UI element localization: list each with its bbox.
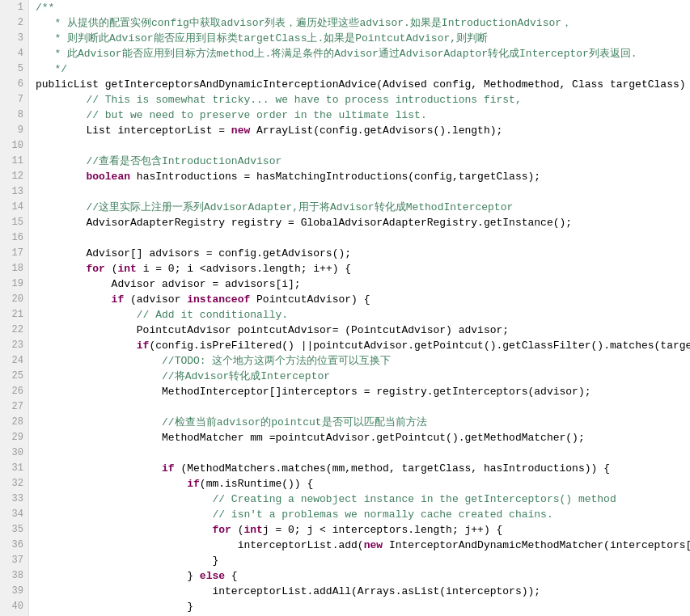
line-number: 37	[3, 553, 23, 568]
code-token: (MethodMatchers.matches(mm,method, targe…	[175, 462, 610, 475]
code-line	[36, 138, 690, 154]
line-number: 28	[3, 415, 23, 430]
code-token: PointcutAdvisor pointcutAdvisor= (Pointc…	[36, 324, 509, 336]
code-token: new	[364, 539, 383, 551]
code-token: //这里实际上注册一系列AdvisorAdapter,用于将Advisor转化成…	[36, 201, 513, 213]
code-line: */	[36, 61, 690, 77]
code-token: * 此Advisor能否应用到目标方法method上.将满足条件的Advisor…	[36, 48, 637, 60]
line-number: 25	[3, 369, 23, 384]
code-token: hasIntroductions = hasMatchingIntroducti…	[130, 171, 540, 183]
code-token: instanceof	[187, 293, 250, 306]
code-line: /**	[36, 0, 690, 15]
code-token: j = 0; j < interceptors.length; j++) {	[263, 524, 502, 536]
line-number: 18	[3, 261, 23, 276]
code-token: // Add it conditionally.	[36, 309, 288, 321]
code-token: }	[36, 601, 193, 613]
code-line: if (advisor instanceof PointcutAdvisor) …	[36, 292, 690, 307]
line-number: 15	[3, 215, 23, 230]
code-token: i = 0; i <advisors.length; i++) {	[137, 263, 351, 275]
code-line: if (MethodMatchers.matches(mm,method, ta…	[36, 461, 690, 476]
line-number: 32	[3, 476, 23, 492]
line-number: 26	[3, 384, 23, 399]
code-token: if	[36, 340, 149, 352]
line-number: 9	[3, 123, 23, 138]
code-token: //检查当前advisor的pointcut是否可以匹配当前方法	[36, 416, 427, 428]
line-number: 19	[3, 276, 23, 292]
code-token: if	[36, 462, 175, 475]
code-line: for (intj = 0; j < interceptors.length; …	[36, 522, 690, 538]
code-token: interceptorList.addAll(Arrays.asList(int…	[36, 585, 540, 597]
line-number: 4	[3, 46, 23, 61]
code-token: (	[231, 524, 244, 536]
code-token: Advisor[] advisors = config.getAdvisors(…	[36, 247, 351, 259]
code-line: //TODO: 这个地方这两个方法的位置可以互换下	[36, 353, 690, 369]
code-line: boolean hasIntroductions = hasMatchingIn…	[36, 169, 690, 184]
code-editor: 1234567891011121314151617181920212223242…	[0, 0, 690, 616]
code-token: //查看是否包含IntroductionAdvisor	[36, 155, 282, 167]
code-token: /**	[36, 2, 54, 14]
code-token: // Creating a newobject instance in the …	[36, 493, 616, 505]
code-token: * 从提供的配置实例config中获取advisor列表，遍历处理这些advis…	[36, 17, 572, 29]
code-token: (	[105, 263, 118, 275]
code-line: //检查当前advisor的pointcut是否可以匹配当前方法	[36, 415, 690, 430]
code-line: //将Advisor转化成Interceptor	[36, 369, 690, 384]
code-token: int	[117, 263, 136, 275]
line-number: 10	[3, 138, 23, 154]
code-token: //TODO: 这个地方这两个方法的位置可以互换下	[36, 355, 391, 367]
code-token: int	[243, 524, 262, 536]
code-line: MethodInterceptor[]interceptors = regist…	[36, 384, 690, 399]
code-token: else	[200, 570, 225, 582]
code-token: // This is somewhat tricky... we have to…	[36, 94, 522, 106]
code-token: (config.isPreFiltered() ||pointcutAdviso…	[149, 340, 690, 352]
line-number: 31	[3, 461, 23, 476]
code-token: */	[36, 63, 67, 75]
code-token: if	[36, 478, 200, 490]
code-line: }	[36, 553, 690, 568]
line-number: 29	[3, 430, 23, 445]
line-number: 8	[3, 108, 23, 123]
code-token: publicList getInterceptorsAndDynamicInte…	[36, 78, 690, 91]
code-line: // Creating a newobject instance in the …	[36, 492, 690, 507]
code-line	[36, 184, 690, 200]
line-number: 21	[3, 307, 23, 323]
code-token: PointcutAdvisor) {	[250, 293, 370, 306]
line-number: 34	[3, 507, 23, 522]
line-number: 36	[3, 538, 23, 553]
code-line: // isn't a problemas we normally cache c…	[36, 507, 690, 522]
line-number: 14	[3, 200, 23, 215]
line-number: 20	[3, 292, 23, 307]
code-token: for	[36, 263, 105, 275]
code-token: InterceptorAndDynamicMethodMatcher(inter…	[383, 539, 690, 551]
line-number: 24	[3, 353, 23, 369]
line-number: 27	[3, 399, 23, 415]
line-number: 17	[3, 246, 23, 261]
code-line: List interceptorList = new ArrayList(con…	[36, 123, 690, 138]
code-line: * 则判断此Advisor能否应用到目标类targetClass上.如果是Poi…	[36, 31, 690, 46]
code-token: for	[36, 524, 231, 536]
line-number: 12	[3, 169, 23, 184]
code-token: MethodInterceptor[]interceptors = regist…	[36, 386, 591, 398]
code-line: // This is somewhat tricky... we have to…	[36, 92, 690, 108]
code-token: // but we need to preserve order in the …	[36, 109, 427, 121]
code-line: } else {	[36, 568, 690, 584]
code-line: for (int i = 0; i <advisors.length; i++)…	[36, 261, 690, 276]
code-line: //这里实际上注册一系列AdvisorAdapter,用于将Advisor转化成…	[36, 200, 690, 215]
code-token: MethodMatcher mm =pointcutAdvisor.getPoi…	[36, 432, 585, 444]
code-line: MethodMatcher mm =pointcutAdvisor.getPoi…	[36, 430, 690, 445]
code-line: Advisor[] advisors = config.getAdvisors(…	[36, 246, 690, 261]
code-token: (advisor	[124, 293, 187, 306]
code-line: * 此Advisor能否应用到目标方法method上.将满足条件的Advisor…	[36, 46, 690, 61]
code-line: interceptorList.add(new InterceptorAndDy…	[36, 538, 690, 553]
code-token: {	[225, 570, 238, 582]
code-line: if(config.isPreFiltered() ||pointcutAdvi…	[36, 338, 690, 353]
code-token: if	[36, 293, 124, 306]
line-number: 5	[3, 61, 23, 77]
line-number: 30	[3, 445, 23, 461]
code-line: //查看是否包含IntroductionAdvisor	[36, 154, 690, 169]
code-token: }	[36, 555, 218, 567]
code-token: Advisor advisor = advisors[i];	[36, 278, 301, 290]
code-token: }	[36, 570, 200, 582]
line-number: 2	[3, 15, 23, 31]
code-line: PointcutAdvisor pointcutAdvisor= (Pointc…	[36, 323, 690, 338]
code-area[interactable]: /** * 从提供的配置实例config中获取advisor列表，遍历处理这些a…	[29, 0, 690, 616]
